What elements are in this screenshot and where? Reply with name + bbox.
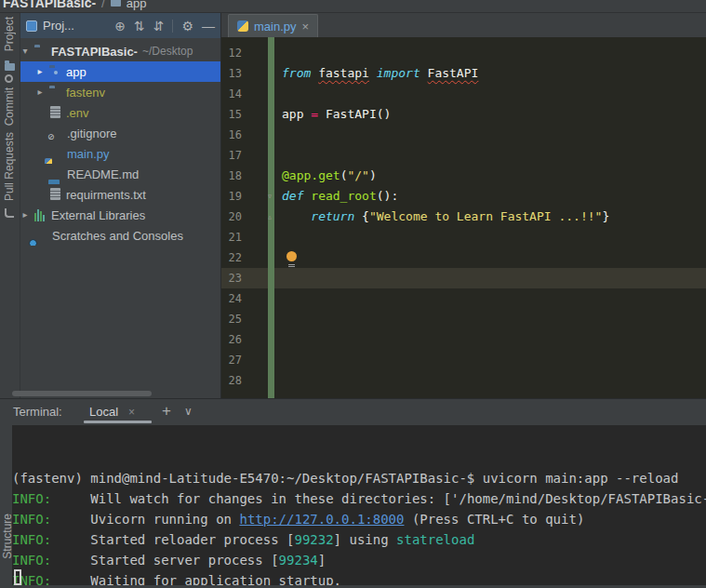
tree-item--gitignore[interactable]: .gitignore	[20, 123, 220, 143]
terminal-tab-close-icon[interactable]: ×	[128, 406, 135, 419]
terminal-cursor	[14, 569, 21, 585]
code-line-16[interactable]: 16	[221, 125, 706, 145]
terminal-tab-underline	[84, 421, 152, 423]
chevron-right-icon[interactable]: ▸	[35, 61, 45, 82]
tree-item--env[interactable]: .env	[20, 102, 220, 123]
project-horizontal-scrollbar[interactable]	[12, 391, 152, 396]
code-line-20[interactable]: 20 return {"Welcome to Learn FastAPI ...…	[221, 207, 706, 227]
intention-bulb-icon[interactable]	[286, 251, 297, 261]
line-number: 13	[221, 63, 242, 84]
code-line-13[interactable]: 13from fastapi import FastAPI	[221, 63, 706, 84]
tree-item-scratches-and-consoles[interactable]: Scratches and Consoles	[20, 225, 220, 246]
project-tool-icon[interactable]	[5, 63, 15, 71]
terminal-line: INFO: Will watch for changes in these di…	[12, 488, 706, 509]
breadcrumb-project-name[interactable]: FASTAPIBasic-	[3, 0, 96, 10]
chevron-down-icon[interactable]: ▾	[20, 41, 30, 61]
settings-gear-icon[interactable]: ⚙	[181, 20, 193, 33]
code-line-14[interactable]: 14	[221, 84, 706, 104]
terminal-text: 99232	[294, 532, 333, 547]
terminal-tab-local[interactable]: Local	[89, 405, 118, 419]
terminal-link[interactable]: http://127.0.0.1:8000	[239, 512, 404, 527]
line-number: 28	[221, 370, 242, 391]
terminal-dropdown-icon[interactable]: ∨	[184, 405, 193, 418]
tree-item-requirments-txt[interactable]: requirments.txt	[20, 184, 220, 205]
tab-main-py[interactable]: main.py ×	[228, 14, 318, 37]
code-editor[interactable]: 1213from fastapi import FastAPI1415app =…	[221, 37, 706, 398]
project-panel-title: Proj...	[43, 19, 74, 33]
code-token: from	[282, 66, 318, 80]
new-terminal-session-icon[interactable]: +	[162, 402, 171, 421]
line-number: 21	[221, 227, 242, 247]
editor-tab-bar: main.py ×	[221, 13, 706, 37]
code-token: "Welcome to Learn FastAPI ...!!"	[369, 209, 602, 223]
fold-marker-icon[interactable]: ▿	[264, 186, 275, 207]
close-tab-icon[interactable]: ×	[302, 20, 310, 33]
folder-icon	[111, 0, 121, 7]
expand-collapse-icon[interactable]: ⇵	[153, 20, 165, 33]
code-line-26[interactable]: 26	[221, 329, 706, 350]
breadcrumb-app[interactable]: app	[127, 0, 147, 10]
tree-item-fastapibasic-[interactable]: ▾FASTAPIBasic-~/Desktop	[20, 41, 220, 61]
chevron-right-icon[interactable]: ▸	[20, 205, 30, 225]
tool-button-project[interactable]: Project	[3, 17, 16, 51]
tree-item-readme-md[interactable]: README.md	[20, 164, 220, 184]
hide-panel-icon[interactable]: —	[202, 20, 215, 33]
line-number: 15	[221, 104, 242, 125]
tree-item-external-libraries[interactable]: ▸External Libraries	[20, 205, 220, 225]
code-line-12[interactable]: 12	[221, 43, 706, 63]
collapse-all-icon[interactable]: ⇅	[134, 20, 145, 33]
header-divider	[172, 20, 173, 33]
code-line-19[interactable]: 19def read_root():	[221, 186, 706, 207]
tree-item-label: .gitignore	[67, 127, 116, 140]
file-icon	[50, 106, 60, 118]
tool-button-commit[interactable]: Commit	[3, 87, 16, 126]
panel-header-actions: ⊕⇅⇵⚙—	[114, 20, 215, 33]
project-panel: Proj... ⊕⇅⇵⚙— ▾FASTAPIBasic-~/Desktop▸ap…	[20, 13, 220, 398]
terminal-text: Waiting for application startup.	[51, 573, 341, 585]
code-line-17[interactable]: 17	[221, 145, 706, 166]
tree-item-app[interactable]: ▸app	[20, 61, 220, 82]
title-breadcrumb-bar: FASTAPIBasic- / app	[0, 0, 706, 13]
code-line-21[interactable]: 21	[221, 227, 706, 247]
line-number: 17	[221, 145, 242, 166]
breadcrumb-separator: /	[101, 0, 105, 10]
pycharm-window: FASTAPIBasic- / app Project Commit Pull …	[0, 0, 706, 588]
code-line-23[interactable]: 23	[221, 268, 706, 288]
python-file-icon	[237, 20, 248, 32]
tree-item-label: README.md	[67, 167, 139, 181]
tree-item-fastenv[interactable]: ▸fastenv	[20, 82, 220, 102]
fold-marker-icon[interactable]: ▵	[264, 207, 275, 227]
code-text: def read_root():	[282, 186, 398, 207]
editor-area: main.py × 1213from fastapi import FastAP…	[221, 13, 706, 398]
code-line-28[interactable]: 28	[221, 370, 706, 391]
terminal-output[interactable]: (fastenv) mind@mind-Latitude-E5470:~/Des…	[12, 425, 706, 585]
tree-item-label: External Libraries	[51, 208, 145, 222]
commit-tool-icon[interactable]	[5, 74, 13, 83]
line-number: 23	[221, 268, 242, 288]
code-line-24[interactable]: 24	[221, 288, 706, 309]
tree-item-label: FASTAPIBasic-	[51, 45, 138, 59]
terminal-text: Uvicorn running on	[51, 512, 239, 527]
terminal-text: INFO:	[12, 532, 51, 547]
tree-item-label: requirments.txt	[66, 188, 146, 202]
terminal-text: ]	[318, 553, 326, 568]
code-line-25[interactable]: 25	[221, 309, 706, 329]
code-line-27[interactable]: 27	[221, 350, 706, 370]
code-line-15[interactable]: 15app = FastAPI()	[221, 104, 706, 125]
terminal-text: Started server process [	[51, 553, 278, 568]
code-line-18[interactable]: 18@app.get("/")	[221, 166, 706, 186]
line-number: 20	[221, 207, 242, 227]
terminal-text: INFO:	[12, 491, 51, 506]
code-text: from fastapi import FastAPI	[282, 63, 478, 84]
code-token	[282, 209, 311, 223]
code-token: )	[369, 168, 377, 182]
locate-file-icon[interactable]: ⊕	[114, 20, 126, 33]
project-panel-header: Proj... ⊕⇅⇵⚙—	[20, 13, 220, 38]
code-text: return {"Welcome to Learn FastAPI ...!!"…	[282, 207, 609, 227]
chevron-right-icon[interactable]: ▸	[35, 82, 45, 102]
terminal-header: Terminal: Local × + ∨	[0, 399, 706, 425]
tool-button-pull-requests[interactable]: Pull Requests	[3, 132, 16, 201]
tree-item-main-py[interactable]: main.py	[20, 143, 220, 164]
pull-requests-tool-icon[interactable]	[5, 208, 14, 218]
code-token: }	[602, 209, 609, 223]
